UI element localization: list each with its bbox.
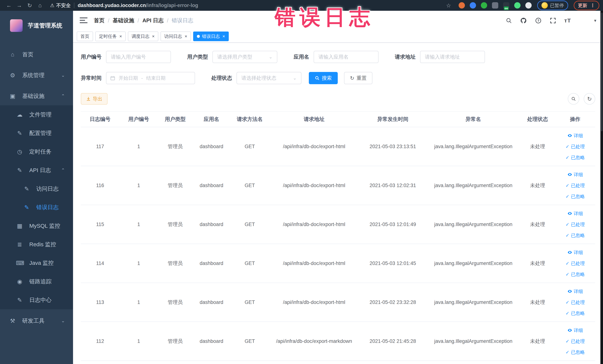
java-monitor-icon: ⌨ xyxy=(16,260,23,267)
sidebar-menu: ⌂首页⚙系统管理⌄▣基础设施⌃☁文件管理✎配置管理◷定时任务✎API 日志⌃✎访… xyxy=(0,40,73,330)
url-path: /infra/log/api-error-log xyxy=(146,3,198,8)
sidebar-item-infrastructure[interactable]: ▣基础设施⌃ xyxy=(0,87,73,105)
check-icon: ✓ xyxy=(566,311,569,316)
hamburger-icon[interactable] xyxy=(80,17,88,24)
help-icon[interactable]: ? xyxy=(535,17,542,24)
forward-icon[interactable]: → xyxy=(14,2,24,9)
close-icon[interactable]: × xyxy=(185,34,187,39)
sidebar-item-error-log[interactable]: ✎错误日志 xyxy=(0,198,73,217)
sidebar-item-scheduled-job[interactable]: ◷定时任务 xyxy=(0,142,73,161)
fullscreen-icon[interactable] xyxy=(550,17,556,24)
sidebar-item-file-manage[interactable]: ☁文件管理 xyxy=(0,105,73,124)
browser-home-icon[interactable]: ⌂ xyxy=(35,2,45,9)
extension-blue-drop-icon[interactable] xyxy=(470,2,476,9)
action-已处理-link[interactable]: ✓已处理 xyxy=(566,143,585,150)
sidebar-item-system-admin[interactable]: ⚙系统管理⌄ xyxy=(0,66,73,84)
action-已处理-link[interactable]: ✓已处理 xyxy=(566,338,585,344)
app-name-input[interactable] xyxy=(314,51,379,63)
extension-leaf-icon[interactable] xyxy=(514,2,521,9)
close-icon[interactable]: × xyxy=(152,34,155,39)
select-placeholder: 请选择用户类型 xyxy=(217,54,252,60)
date-range-picker[interactable]: 开始日期 - 结束日期 xyxy=(106,72,195,84)
back-icon[interactable]: ← xyxy=(4,2,14,9)
site-security[interactable]: ⚠ 不安全 xyxy=(50,2,71,9)
extension-grid-icon[interactable] xyxy=(492,2,498,9)
table-cell: 管理员 xyxy=(158,322,192,361)
filter-label: 用户类型 xyxy=(187,53,208,60)
search-button[interactable]: 搜索 xyxy=(309,72,338,84)
refresh-table-button[interactable]: ↻ xyxy=(584,93,595,105)
sidebar-item-config-manage[interactable]: ✎配置管理 xyxy=(0,124,73,142)
tags-bar: 首页定时任务×调度日志×访问日志×错误日志× xyxy=(73,30,603,43)
table-cell: 1 xyxy=(119,322,158,361)
github-icon[interactable] xyxy=(520,17,527,24)
close-icon[interactable]: × xyxy=(222,34,225,39)
status-select[interactable]: 请选择处理状态 ⌄ xyxy=(237,72,302,84)
extension-badge: on xyxy=(504,7,509,10)
tab-home[interactable]: 首页 xyxy=(77,32,93,41)
sidebar-item-api-log[interactable]: ✎API 日志⌃ xyxy=(0,161,73,179)
extension-orange-icon[interactable] xyxy=(459,2,465,9)
action-已处理-link[interactable]: ✓已处理 xyxy=(566,221,585,227)
action-detail-link[interactable]: 详细 xyxy=(568,327,583,333)
page-scrollbar[interactable] xyxy=(600,11,603,364)
reset-button[interactable]: ↻ 重置 xyxy=(344,72,372,84)
update-button[interactable]: 更新 ⋮ xyxy=(574,1,599,10)
avatar-caret-icon[interactable]: ▾ xyxy=(594,18,596,23)
user-id-input[interactable] xyxy=(106,51,171,63)
tab-access-log[interactable]: 访问日志× xyxy=(161,32,191,41)
eye-icon xyxy=(568,328,572,333)
paused-badge[interactable]: 已暂停 xyxy=(537,0,568,10)
search-icon[interactable] xyxy=(506,17,512,24)
reload-icon[interactable]: ↻ xyxy=(24,2,35,9)
action-已忽略-link[interactable]: ✓已忽略 xyxy=(566,154,585,161)
action-已处理-link[interactable]: ✓已处理 xyxy=(566,260,585,267)
action-detail-link[interactable]: 详细 xyxy=(568,211,583,217)
extension-pin-icon[interactable] xyxy=(525,2,532,9)
export-button[interactable]: 导出 xyxy=(81,93,107,105)
action-已忽略-link[interactable]: ✓已忽略 xyxy=(566,271,585,277)
sidebar-item-home[interactable]: ⌂首页 xyxy=(0,45,73,64)
sidebar-item-log-center[interactable]: ✎日志中心 xyxy=(0,291,73,309)
user-avatar[interactable] xyxy=(579,14,591,27)
action-已忽略-link[interactable]: ✓已忽略 xyxy=(566,349,585,355)
font-size-icon[interactable]: ᴛT xyxy=(564,17,571,24)
sidebar-item-redis-monitor[interactable]: ≣Redis 监控 xyxy=(0,235,73,254)
extension-green-check-icon[interactable] xyxy=(481,2,487,9)
sidebar-item-java-monitor[interactable]: ⌨Java 监控 xyxy=(0,254,73,272)
breadcrumb-item[interactable]: API 日志 xyxy=(142,17,163,24)
breadcrumb-item[interactable]: 基础设施 xyxy=(113,17,134,24)
browser-menu-icon[interactable]: ⋮ xyxy=(590,3,595,8)
sidebar-item-mysql-monitor[interactable]: ▦MySQL 监控 xyxy=(0,217,73,235)
close-icon[interactable]: × xyxy=(119,34,122,39)
app-logo[interactable]: 芋道管理系统 xyxy=(0,11,73,40)
action-detail-link[interactable]: 详细 xyxy=(568,249,583,256)
address-bar[interactable]: dashboard.yudao.iocoder.cn/infra/log/api… xyxy=(78,3,443,8)
tab-error-log[interactable]: 错误日志× xyxy=(193,32,229,41)
tab-job[interactable]: 定时任务× xyxy=(95,32,126,41)
action-已忽略-link[interactable]: ✓已忽略 xyxy=(566,310,585,316)
action-已忽略-link[interactable]: ✓已忽略 xyxy=(566,193,585,200)
scrollbar-thumb[interactable] xyxy=(601,13,603,131)
warning-icon: ⚠ xyxy=(50,3,54,8)
tab-job-log[interactable]: 调度日志× xyxy=(128,32,158,41)
action-已忽略-link[interactable]: ✓已忽略 xyxy=(566,232,585,238)
table-cell: 未处理 xyxy=(520,322,555,361)
action-已处理-link[interactable]: ✓已处理 xyxy=(566,299,585,305)
bookmark-star-icon[interactable]: ☆ xyxy=(443,2,454,9)
extension-onoff-icon[interactable]: on xyxy=(503,2,509,9)
filter-user-type: 用户类型 请选择用户类型 ⌄ xyxy=(187,51,277,63)
show-search-toggle-button[interactable] xyxy=(568,93,579,105)
request-url-input[interactable] xyxy=(420,51,485,63)
action-detail-link[interactable]: 详细 xyxy=(568,288,583,294)
sidebar-item-access-log[interactable]: ✎访问日志 xyxy=(0,179,73,198)
action-已处理-link[interactable]: ✓已处理 xyxy=(566,182,585,188)
action-detail-link[interactable]: 详细 xyxy=(568,172,583,178)
table-cell: java.lang.IllegalArgumentException xyxy=(427,166,520,205)
sidebar-item-dev-tools[interactable]: ⚒研发工具⌄ xyxy=(0,312,73,330)
breadcrumb-item[interactable]: 首页 xyxy=(94,17,104,24)
action-detail-link[interactable]: 详细 xyxy=(568,133,583,139)
table-cell: 1 xyxy=(119,166,158,205)
user-type-select[interactable]: 请选择用户类型 ⌄ xyxy=(212,51,277,63)
sidebar-item-trace[interactable]: ◉链路追踪 xyxy=(0,272,73,291)
